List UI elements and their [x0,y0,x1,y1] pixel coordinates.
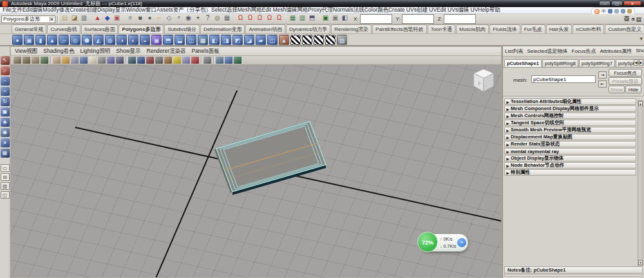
ae-menu-item[interactable]: Selected选定物体 [527,48,567,55]
snap-plane-icon[interactable]: ◉ [184,14,193,23]
menu-item[interactable]: Edit编辑 [23,6,43,13]
attribute-section-row[interactable]: ▶ Node Behavior节点动作 [504,162,636,169]
shelf-tab[interactable]: Surfaces曲面 [81,24,118,33]
poly-cylinder-icon[interactable]: ▮ [35,35,46,45]
shelf-tab[interactable]: PaintEffects画笔特效 [372,24,427,33]
ime-mode-label[interactable]: 中 [601,8,606,15]
open-scene-icon[interactable]: ◪ [70,14,79,23]
film-gate-icon[interactable] [155,57,163,64]
menu-item[interactable]: Edit UVs编辑 UV [437,6,478,13]
menu-item[interactable]: File文件 [3,6,23,13]
shelf-tab[interactable]: Custom自定义 [605,24,644,33]
shelf-tab[interactable]: Curves曲线 [47,24,80,33]
backface-culling-icon[interactable] [116,57,124,64]
node-tab[interactable]: polySplitRing7 [579,59,615,67]
poly-prism-icon[interactable]: ⬟ [82,35,92,45]
highlight-selection-icon[interactable]: ≡ [126,14,135,23]
attribute-section-row[interactable]: ▶ Mesh Controls网格控制 [504,113,636,119]
shelf-tab[interactable]: nCloth布料 [573,24,604,33]
show-tool-settings-icon[interactable]: க [631,15,635,23]
attribute-section-row[interactable]: ▶ Tessellation Attributes细化属性 [504,98,636,105]
separate-icon[interactable]: ◐ [128,35,138,45]
scroll-up-icon[interactable]: ▲ [638,101,643,106]
node-tab[interactable]: polySplitRing8 [542,59,578,67]
grid-toggle-icon[interactable] [204,57,211,64]
lasso-tool-icon[interactable]: ○ [1,66,10,75]
mirror-geometry-icon[interactable]: ◫ [267,35,278,45]
mesh-name-input[interactable] [531,75,596,83]
shelf-tab[interactable]: Fluids流体 [489,24,520,33]
menu-item[interactable]: Display显示 [97,6,126,13]
history-off-icon[interactable]: ▥ [298,14,307,23]
smooth-icon[interactable]: ▣ [151,35,162,45]
x-coordinate-input[interactable] [360,14,392,24]
poly-cube-icon[interactable]: ▣ [24,35,34,45]
shelf-tab[interactable]: Subdivs细分 [164,24,199,33]
tab-scroll-right-icon[interactable]: ▶ [639,59,643,66]
multi-pane-icon[interactable] [225,57,232,64]
outliner-toggle-icon[interactable] [234,57,242,64]
bookmarks-icon[interactable] [23,57,30,64]
expand-arrow-icon[interactable]: ▶ [505,100,511,104]
scale-tool-icon[interactable]: ▣ [1,107,10,116]
expand-arrow-icon[interactable]: ▶ [505,114,511,118]
menu-item[interactable]: Window窗口 [126,6,156,13]
show-manipulator-icon[interactable]: ∗ [1,138,10,147]
select-tool-icon[interactable]: ↖ [1,56,10,65]
menu-item[interactable]: Create创建 [70,6,97,13]
expand-arrow-icon[interactable]: ▶ [505,128,511,133]
select-object-icon[interactable]: ◆ [103,14,111,23]
soft-mod-tool-icon[interactable]: ◉ [1,128,10,137]
poly-torus-icon[interactable]: ◎ [70,35,80,45]
snap-help-icon[interactable]: ? [204,14,212,23]
attribute-section-row[interactable]: ▶ Render Stats渲染状态 [504,141,636,147]
save-scene-icon[interactable]: ▥ [80,14,88,23]
view-selected-icon[interactable] [41,57,48,64]
menu-item[interactable]: Color颜色 [365,6,388,13]
hide-button[interactable]: Hide [625,86,641,93]
notes-bar[interactable]: Notes备注: pCubeShape1 [504,266,643,273]
moon-icon[interactable] [608,9,612,14]
uv-checker2-icon[interactable] [302,35,312,45]
menu-item[interactable]: Mesh网格 [238,6,262,13]
gate-mask-icon[interactable] [164,57,172,64]
presets-button[interactable]: Presets预设 [609,77,642,85]
snap-grid-active-icon[interactable]: ⌐ [155,14,164,23]
paint-select-tool-icon[interactable]: ~ [1,77,10,86]
snap-plus-icon[interactable]: + [194,14,202,23]
focus-button[interactable]: Focus焦点 [609,69,642,77]
shelf-tab[interactable]: General常规 [12,24,46,33]
shelf-tab[interactable]: Dynamics动力学 [286,24,330,33]
crease-icon[interactable]: ▰ [256,35,266,45]
ae-menu-item[interactable]: List列表 [505,48,523,55]
layout-hypershade-icon[interactable]: ◫ [1,191,10,199]
select-hierarchy-icon[interactable]: ▲ [93,14,102,23]
layout-single-pane-icon[interactable]: ▭ [1,164,10,172]
snap-magnet3-icon[interactable]: Ω [256,14,264,23]
universal-manipulator-icon[interactable]: ◈ [1,118,10,127]
uv-checker1-icon[interactable] [290,35,301,45]
sogou-logo-icon[interactable]: S [594,9,600,14]
expand-arrow-icon[interactable]: ▶ [505,149,511,154]
expand-arrow-icon[interactable]: ▶ [505,156,511,161]
maximize-button[interactable]: ▢ [611,1,623,6]
menu-item[interactable]: Assets资产（分享包） [156,6,211,13]
panel-menu-item[interactable]: Show显示 [116,48,140,55]
inputs-icon[interactable]: ▦ [223,14,231,23]
y-coordinate-input[interactable] [402,14,434,24]
merge-vertex-icon[interactable]: ▦ [198,35,208,45]
attribute-section-row[interactable]: ▶ Mesh Component Display网格部件显示 [504,106,636,112]
rotate-tool-icon[interactable]: ↻ [1,97,10,106]
poly-pyramid-icon[interactable]: ◭ [93,35,104,45]
scroll-down-icon[interactable]: ▼ [638,260,643,265]
ae-menu-item[interactable]: Focus焦点 [572,48,596,55]
shelf-tab[interactable]: Hair头发 [546,24,573,33]
expand-arrow-icon[interactable]: ▶ [505,121,511,125]
punctuation-icon[interactable] [614,9,619,14]
field-chart-icon[interactable] [137,57,145,64]
snap-magnet4-icon[interactable]: Ω [265,14,274,23]
isolate-select-icon[interactable] [128,57,136,64]
wrench-icon[interactable] [627,9,632,14]
node-tab[interactable]: pCubeShape1 [504,59,542,67]
uv-checker4-icon[interactable] [325,35,336,45]
